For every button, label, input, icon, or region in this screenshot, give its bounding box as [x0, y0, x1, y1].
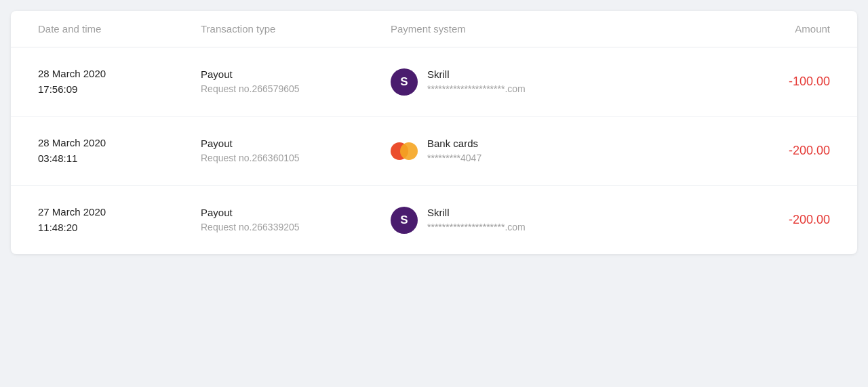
table-header: Date and time Transaction type Payment s… [11, 11, 857, 47]
transaction-type-2: Payout [201, 136, 391, 152]
payment-name-3: Skrill [427, 205, 526, 221]
transaction-cell-2: Payout Request no.266360105 [201, 136, 391, 166]
transaction-ref-2: Request no.266360105 [201, 151, 391, 165]
header-date: Date and time [38, 23, 201, 35]
transaction-ref-1: Request no.266579605 [201, 82, 391, 96]
payment-info-3: Skrill *********************.com [427, 205, 526, 235]
payment-info-1: Skrill *********************.com [427, 67, 526, 97]
mastercard-icon-2 [391, 138, 418, 165]
transaction-cell-1: Payout Request no.266579605 [201, 67, 391, 97]
transactions-table: Date and time Transaction type Payment s… [11, 11, 857, 254]
date-cell-1: 28 March 2020 17:56:09 [38, 66, 201, 97]
skrill-icon-3: S [391, 207, 418, 234]
amount-3: -200.00 [708, 213, 830, 227]
transaction-type-3: Payout [201, 205, 391, 221]
time-1: 17:56:09 [38, 82, 201, 98]
payment-detail-2: *********4047 [427, 151, 481, 165]
payment-cell-1: S Skrill *********************.com [391, 67, 708, 97]
amount-1: -100.00 [708, 75, 830, 89]
date-cell-3: 27 March 2020 11:48:20 [38, 205, 201, 235]
table-row: 27 March 2020 11:48:20 Payout Request no… [11, 186, 857, 254]
payment-detail-3: *********************.com [427, 220, 526, 235]
time-3: 11:48:20 [38, 220, 201, 236]
payment-cell-3: S Skrill *********************.com [391, 205, 708, 235]
payment-name-1: Skrill [427, 67, 526, 83]
time-2: 03:48:11 [38, 151, 201, 167]
amount-2: -200.00 [708, 144, 830, 158]
header-payment-system: Payment system [391, 23, 708, 35]
transaction-type-1: Payout [201, 67, 391, 83]
mc-circle-right [400, 142, 418, 160]
header-amount: Amount [708, 23, 830, 35]
date-1: 28 March 2020 [38, 66, 201, 82]
date-cell-2: 28 March 2020 03:48:11 [38, 136, 201, 166]
date-3: 27 March 2020 [38, 205, 201, 220]
skrill-icon-1: S [391, 68, 418, 96]
table-row: 28 March 2020 03:48:11 Payout Request no… [11, 117, 857, 186]
payment-detail-1: *********************.com [427, 82, 526, 96]
payment-cell-2: Bank cards *********4047 [391, 136, 708, 166]
transaction-cell-3: Payout Request no.266339205 [201, 205, 391, 235]
payment-info-2: Bank cards *********4047 [427, 136, 481, 166]
header-transaction-type: Transaction type [201, 23, 391, 35]
date-2: 28 March 2020 [38, 136, 201, 151]
table-row: 28 March 2020 17:56:09 Payout Request no… [11, 47, 857, 117]
transaction-ref-3: Request no.266339205 [201, 220, 391, 235]
payment-name-2: Bank cards [427, 136, 481, 152]
